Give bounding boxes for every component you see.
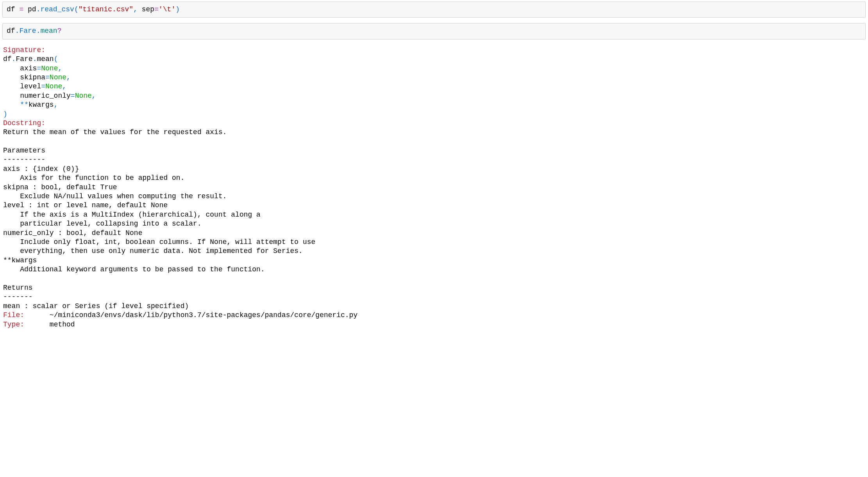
sig-text: = [37, 65, 41, 72]
code-token: Fare [19, 27, 36, 35]
sig-text: None [45, 82, 62, 90]
sig-text: ** [3, 101, 29, 109]
code-token: sep [142, 5, 154, 13]
code-token: , [133, 5, 138, 13]
sig-text: . [33, 55, 37, 63]
sig-text: mean [37, 55, 54, 63]
type-value: method [24, 321, 75, 328]
sig-text: df [3, 55, 12, 63]
sig-text: = [41, 82, 45, 90]
code-token: ( [74, 5, 79, 13]
sig-text: , [58, 65, 62, 72]
sig-text: ) [3, 110, 7, 118]
sig-text: None [50, 74, 66, 81]
file-value: ~/miniconda3/envs/dask/lib/python3.7/sit… [24, 311, 357, 319]
docstring-body: Return the mean of the values for the re… [3, 128, 315, 310]
sig-text: , [66, 74, 71, 81]
sig-text: Fare [16, 55, 32, 63]
sig-text: level [3, 82, 41, 90]
sig-text: None [75, 92, 92, 100]
sig-text: . [12, 55, 16, 63]
code-token: pd [28, 5, 36, 13]
sig-text: None [41, 65, 58, 72]
sig-text: = [45, 74, 50, 81]
code-cell-1[interactable]: df = pd.read_csv("titanic.csv", sep='\t'… [2, 2, 866, 18]
code-token: = [19, 5, 23, 13]
code-token: = [154, 5, 159, 13]
sig-text: ( [54, 55, 58, 63]
docstring-label: Docstring: [3, 119, 45, 127]
sig-text: = [71, 92, 75, 100]
type-label: Type: [3, 321, 24, 328]
code-token: . [36, 5, 41, 13]
code-token: '\t' [159, 5, 175, 13]
code-token: "titanic.csv" [79, 5, 133, 13]
sig-text: , [62, 82, 66, 90]
code-token: read_csv [40, 5, 74, 13]
sig-text: , [54, 101, 58, 109]
code-token [15, 5, 20, 13]
code-token: . [36, 27, 41, 35]
sig-text: , [92, 92, 96, 100]
sig-text: kwargs [29, 101, 54, 109]
sig-text: numeric_only [3, 92, 71, 100]
code-token: mean [40, 27, 57, 35]
code-token [23, 5, 28, 13]
code-token: ) [175, 5, 180, 13]
file-label: File: [3, 311, 24, 319]
help-output: Signature: df.Fare.mean( axis=None, skip… [2, 45, 866, 330]
sig-text: skipna [3, 74, 45, 81]
code-token: df [7, 27, 15, 35]
sig-text: axis [3, 65, 37, 72]
code-cell-2[interactable]: df.Fare.mean? [2, 23, 866, 39]
code-token: . [15, 27, 20, 35]
signature-label: Signature: [3, 46, 45, 54]
code-token: ? [57, 27, 62, 35]
code-token: df [7, 5, 15, 13]
code-token [138, 5, 142, 13]
